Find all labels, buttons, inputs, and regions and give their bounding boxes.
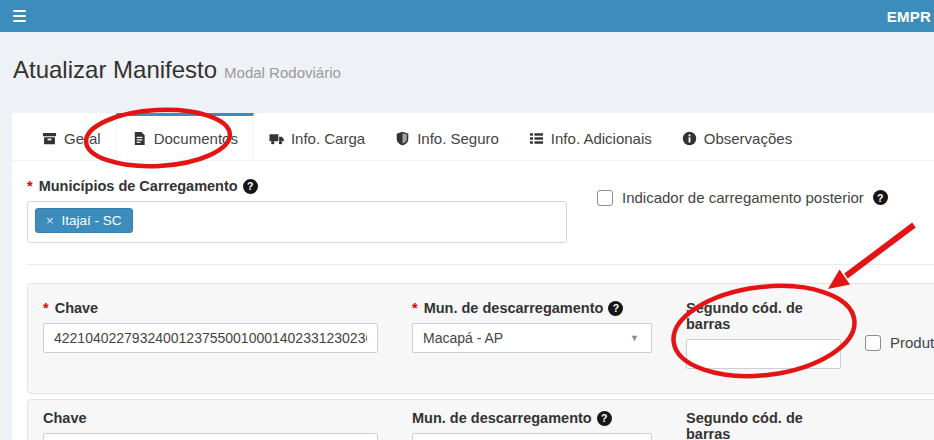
tab-label: Info. Carga — [291, 130, 365, 147]
tab-label: Info. Adicionais — [551, 130, 652, 147]
municipios-label: * Municípios de Carregamento ? — [27, 178, 567, 194]
file-text-icon — [132, 131, 147, 146]
document-card-1: * Chave * Mun. de descarregamento ? Maca… — [27, 283, 934, 394]
tab-label: Geral — [64, 130, 101, 147]
segundo-codigo-barras-label: Segundo cód. de barras — [686, 410, 841, 440]
mun-descarregamento-select[interactable]: ▼ — [412, 433, 652, 440]
tab-info-adicionais[interactable]: Info. Adicionais — [514, 113, 667, 160]
info-circle-icon — [682, 131, 697, 146]
mun-descarregamento-label: Mun. de descarregamento ? — [412, 410, 652, 426]
tab-label: Info. Seguro — [417, 130, 499, 147]
documentos-pane: * Municípios de Carregamento ? × Itajaí … — [12, 161, 934, 440]
required-marker: * — [27, 178, 33, 194]
municipios-multiselect[interactable]: × Itajaí - SC — [27, 201, 567, 243]
page-title: Atualizar Manifesto — [13, 56, 217, 83]
tab-bar: Geral Documentos Info. Carga Info. Segur… — [12, 113, 934, 161]
manifest-form-box: Geral Documentos Info. Carga Info. Segur… — [12, 113, 934, 440]
indicador-checkbox[interactable] — [597, 190, 613, 206]
segundo-codigo-barras-input[interactable] — [686, 339, 841, 369]
section-divider — [27, 264, 934, 265]
produto-label: Produto — [890, 334, 934, 351]
tab-label: Observações — [704, 130, 792, 147]
question-circle-icon[interactable]: ? — [608, 301, 623, 316]
list-icon — [529, 131, 544, 146]
chave-label: Chave — [43, 410, 378, 426]
tab-observacoes[interactable]: Observações — [667, 113, 807, 160]
document-card-2: Chave Mun. de descarregamento ? ▼ — [27, 399, 934, 440]
question-circle-icon[interactable]: ? — [243, 179, 258, 194]
question-circle-icon[interactable]: ? — [597, 411, 612, 426]
mun-descarregamento-label: * Mun. de descarregamento ? — [412, 300, 652, 316]
truck-icon — [269, 131, 284, 146]
required-marker: * — [412, 300, 418, 316]
chave-input[interactable] — [43, 433, 378, 440]
navbar-company-menu[interactable]: EMPR — [887, 0, 931, 32]
page: EMPR Atualizar ManifestoModal Rodoviário… — [0, 0, 934, 440]
required-marker: * — [43, 300, 49, 316]
content-header: Atualizar ManifestoModal Rodoviário — [13, 56, 341, 84]
chevron-down-icon: ▼ — [630, 334, 639, 343]
indicador-label: Indicador de carregamento posterior — [622, 189, 864, 206]
chave-input[interactable] — [43, 323, 378, 353]
tab-documentos[interactable]: Documentos — [116, 113, 254, 160]
municipio-tag[interactable]: × Itajaí - SC — [35, 208, 133, 233]
tab-label: Documentos — [154, 130, 238, 147]
segundo-codigo-barras-label: Segundo cód. de barras — [686, 300, 841, 332]
sidebar-toggle-button[interactable] — [0, 0, 44, 32]
produto-group: Produto — [865, 334, 934, 351]
chave-label: * Chave — [43, 300, 378, 316]
municipio-tag-label: Itajaí - SC — [62, 213, 122, 228]
page-subtitle: Modal Rodoviário — [224, 64, 341, 81]
question-circle-icon[interactable]: ? — [873, 190, 888, 205]
indicador-carregamento-group: Indicador de carregamento posterior ? — [597, 178, 888, 206]
mun-descarregamento-select[interactable]: Macapá - AP ▼ — [412, 323, 652, 353]
selected-option: Macapá - AP — [423, 330, 503, 346]
tab-geral[interactable]: Geral — [27, 113, 116, 160]
archive-icon — [42, 131, 57, 146]
municipios-group: * Municípios de Carregamento ? × Itajaí … — [27, 178, 567, 243]
tab-info-carga[interactable]: Info. Carga — [254, 113, 380, 160]
shield-icon — [395, 131, 410, 146]
remove-icon[interactable]: × — [46, 214, 54, 227]
top-navbar: EMPR — [0, 0, 934, 32]
tab-info-seguro[interactable]: Info. Seguro — [380, 113, 514, 160]
produto-checkbox[interactable] — [865, 335, 881, 351]
